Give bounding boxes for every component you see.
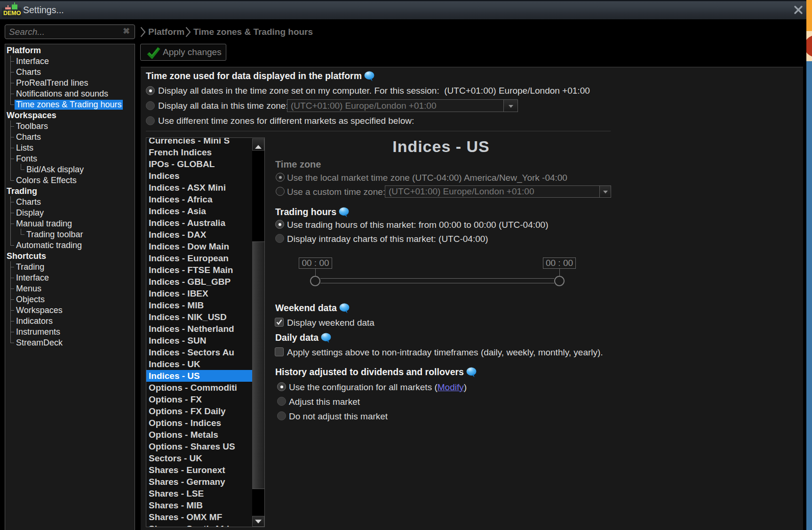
svg-text:DEMO: DEMO <box>3 10 21 16</box>
